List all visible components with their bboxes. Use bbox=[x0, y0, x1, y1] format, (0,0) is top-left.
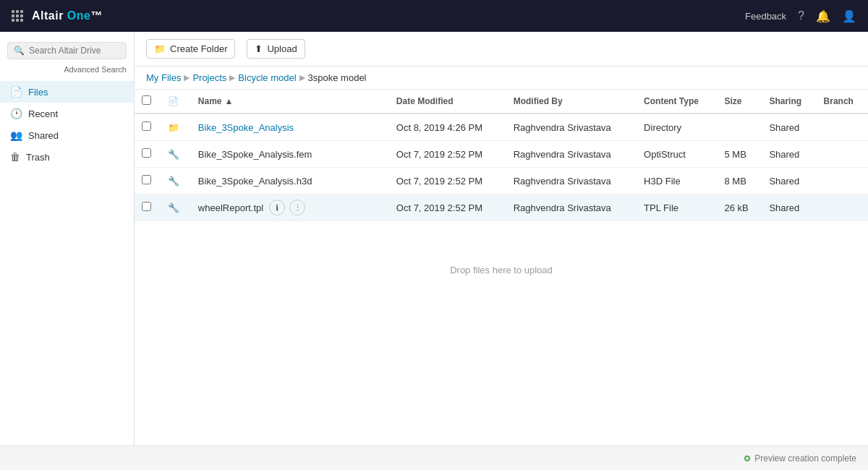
row-content-type: TPL File bbox=[637, 195, 717, 221]
row-size: 26 kB bbox=[717, 195, 762, 221]
row-checkbox-2[interactable] bbox=[142, 148, 151, 158]
create-folder-button[interactable]: 📁 Create Folder bbox=[146, 39, 235, 59]
col-sharing[interactable]: Sharing bbox=[762, 90, 816, 114]
upload-icon: ⬆ bbox=[255, 43, 263, 54]
row-sharing: Shared bbox=[762, 168, 816, 195]
help-icon[interactable]: ? bbox=[798, 9, 804, 22]
row-more-button[interactable]: ⋮ bbox=[289, 200, 305, 215]
table-row[interactable]: 🔧 Bike_3Spoke_Analysis.h3d ℹ ⋮ Oct 7, 20… bbox=[135, 168, 868, 195]
sidebar-item-files-label: Files bbox=[28, 87, 48, 98]
toolbar: 📁 Create Folder ⬆ Upload bbox=[135, 32, 868, 67]
search-input[interactable] bbox=[29, 46, 120, 56]
breadcrumb-sep-3: ▶ bbox=[299, 73, 305, 82]
advanced-search-link[interactable]: Advanced Search bbox=[0, 64, 134, 78]
file-table: 📄 Name ▲ Date Modified Modified bbox=[135, 90, 868, 445]
table-row[interactable]: 📁 Bike_3Spoke_Analysis ℹ ⋮ Oct 8, 2019 4… bbox=[135, 114, 868, 141]
row-sharing: Shared bbox=[762, 114, 816, 141]
sidebar-item-files[interactable]: 📄 Files bbox=[0, 81, 134, 103]
col-name[interactable]: Name ▲ bbox=[191, 90, 389, 114]
notifications-icon[interactable]: 🔔 bbox=[816, 9, 830, 23]
table-row[interactable]: 🔧 Bike_3Spoke_Analysis.fem ℹ ⋮ Oct 7, 20… bbox=[135, 141, 868, 168]
row-modified-by: Raghvendra Srivastava bbox=[506, 168, 637, 195]
status-dot bbox=[744, 456, 750, 461]
select-all-checkbox[interactable] bbox=[142, 95, 151, 105]
col-date[interactable]: Date Modified bbox=[389, 90, 506, 114]
breadcrumb-myfiles[interactable]: My Files bbox=[146, 72, 181, 83]
row-checkbox-cell bbox=[135, 168, 161, 195]
feedback-link[interactable]: Feedback bbox=[745, 11, 786, 22]
row-file-icon-cell: 🔧 bbox=[161, 141, 191, 168]
file-rows: 📁 Bike_3Spoke_Analysis ℹ ⋮ Oct 8, 2019 4… bbox=[135, 114, 868, 221]
search-box: 🔍 bbox=[7, 42, 127, 59]
row-more-button[interactable]: ⋮ bbox=[338, 146, 354, 162]
row-name-cell: Bike_3Spoke_Analysis.h3d ℹ ⋮ bbox=[191, 168, 389, 195]
row-info-button[interactable]: ℹ bbox=[318, 146, 333, 162]
topbar-left: Altair One™ bbox=[12, 9, 103, 22]
row-size: 5 MB bbox=[717, 141, 762, 168]
row-file-name[interactable]: Bike_3Spoke_Analysis bbox=[198, 122, 294, 133]
shared-icon: 👥 bbox=[10, 129, 22, 141]
upload-button[interactable]: ⬆ Upload bbox=[247, 39, 305, 59]
row-info-button[interactable]: ℹ bbox=[269, 200, 285, 215]
row-date: Oct 8, 2019 4:26 PM bbox=[389, 114, 506, 141]
sidebar-item-recent-label: Recent bbox=[28, 108, 58, 119]
breadcrumb-projects[interactable]: Projects bbox=[192, 72, 226, 83]
create-folder-label: Create Folder bbox=[170, 43, 227, 54]
footer-status: Preview creation complete bbox=[744, 453, 856, 463]
row-sharing: Shared bbox=[762, 195, 816, 221]
sidebar-item-shared[interactable]: 👥 Shared bbox=[0, 124, 134, 146]
row-more-button[interactable]: ⋮ bbox=[320, 119, 336, 135]
row-checkbox-3[interactable] bbox=[142, 175, 151, 184]
breadcrumb-bicycle[interactable]: Bicycle model bbox=[238, 72, 296, 83]
row-file-name[interactable]: Bike_3Spoke_Analysis.fem bbox=[198, 149, 312, 160]
row-info-button[interactable]: ℹ bbox=[318, 173, 333, 189]
file-type-icon: 📄 bbox=[168, 96, 179, 106]
row-date: Oct 7, 2019 2:52 PM bbox=[389, 195, 506, 221]
breadcrumb-sep-2: ▶ bbox=[229, 73, 235, 82]
row-checkbox-1[interactable] bbox=[142, 121, 151, 131]
breadcrumb-current: 3spoke model bbox=[308, 72, 367, 83]
row-checkbox-cell bbox=[135, 114, 161, 141]
row-file-icon-cell: 🔧 bbox=[161, 195, 191, 221]
table-row[interactable]: 🔧 wheelReport.tpl ℹ ⋮ Oct 7, 2019 2:52 P… bbox=[135, 195, 868, 221]
col-modified-by[interactable]: Modified By bbox=[506, 90, 637, 114]
row-content-type: OptiStruct bbox=[637, 141, 717, 168]
topbar-right: Feedback ? 🔔 👤 bbox=[745, 9, 856, 23]
breadcrumb-sep-1: ▶ bbox=[184, 73, 190, 82]
sidebar-item-recent[interactable]: 🕐 Recent bbox=[0, 103, 134, 124]
row-actions: ℹ ⋮ bbox=[269, 200, 305, 215]
upload-label: Upload bbox=[267, 43, 297, 54]
row-file-icon-cell: 📁 bbox=[161, 114, 191, 141]
footer-status-label: Preview creation complete bbox=[754, 453, 856, 463]
row-file-name[interactable]: wheelReport.tpl bbox=[198, 202, 263, 213]
row-more-button[interactable]: ⋮ bbox=[338, 173, 354, 189]
row-file-icon-cell: 🔧 bbox=[161, 168, 191, 195]
sort-icon: ▲ bbox=[225, 96, 234, 106]
row-content-type: Directory bbox=[637, 114, 717, 141]
header-row: 📄 Name ▲ Date Modified Modified bbox=[135, 90, 868, 114]
sidebar-item-shared-label: Shared bbox=[28, 130, 59, 141]
user-icon[interactable]: 👤 bbox=[842, 9, 856, 23]
row-date: Oct 7, 2019 2:52 PM bbox=[389, 141, 506, 168]
sidebar-item-trash-label: Trash bbox=[26, 152, 50, 163]
row-modified-by: Raghvendra Srivastava bbox=[506, 141, 637, 168]
row-branch bbox=[817, 168, 868, 195]
recent-icon: 🕐 bbox=[10, 108, 22, 119]
topbar: Altair One™ Feedback ? 🔔 👤 bbox=[0, 0, 868, 32]
row-info-button[interactable]: ℹ bbox=[299, 119, 315, 135]
drop-zone: Drop files here to upload bbox=[135, 221, 868, 319]
search-icon: 🔍 bbox=[14, 46, 25, 56]
apps-icon[interactable] bbox=[12, 10, 23, 22]
col-content-type[interactable]: Content Type bbox=[637, 90, 717, 114]
search-wrapper: 🔍 bbox=[0, 38, 134, 64]
col-icon-header: 📄 bbox=[161, 90, 191, 114]
col-size[interactable]: Size bbox=[717, 90, 762, 114]
breadcrumb: My Files ▶ Projects ▶ Bicycle model ▶ 3s… bbox=[135, 67, 868, 90]
sidebar-item-trash[interactable]: 🗑 Trash bbox=[0, 146, 134, 168]
col-branch[interactable]: Branch bbox=[817, 90, 868, 114]
row-size: 8 MB bbox=[717, 168, 762, 195]
main-layout: 🔍 Advanced Search 📄 Files 🕐 Recent 👥 Sha… bbox=[0, 32, 868, 445]
row-checkbox-4[interactable] bbox=[142, 202, 151, 211]
col-checkbox bbox=[135, 90, 161, 114]
row-file-name[interactable]: Bike_3Spoke_Analysis.h3d bbox=[198, 176, 312, 187]
